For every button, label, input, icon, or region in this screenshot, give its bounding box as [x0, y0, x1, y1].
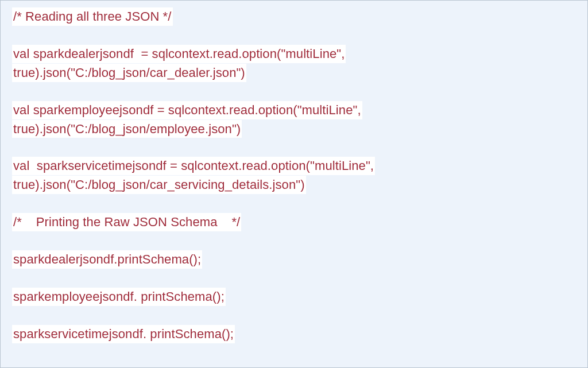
code-dealer-decl: val sparkdealerjsondf = sqlcontext.read.… [12, 45, 346, 63]
code-print-employee: sparkemployeejsondf. printSchema(); [12, 288, 226, 306]
code-dealer-json: true).json("C:/blog_json/car_dealer.json… [12, 64, 246, 82]
code-comment-print: /* Printing the Raw JSON Schema */ [12, 213, 241, 231]
blank-line [12, 307, 576, 325]
blank-line [12, 195, 576, 213]
code-employee-json: true).json("C:/blog_json/employee.json") [12, 120, 242, 138]
blank-line [12, 269, 576, 288]
blank-line [12, 83, 576, 101]
code-service-json: true).json("C:/blog_json/car_servicing_d… [12, 176, 306, 194]
code-snippet-box: /* Reading all three JSON */ val sparkde… [0, 0, 588, 368]
blank-line [12, 232, 576, 250]
code-comment-read: /* Reading all three JSON */ [12, 7, 173, 26]
code-print-dealer: sparkdealerjsondf.printSchema(); [12, 250, 202, 269]
blank-line [12, 26, 576, 45]
code-service-decl: val sparkservicetimejsondf = sqlcontext.… [12, 157, 375, 175]
code-print-service: sparkservicetimejsondf. printSchema(); [12, 325, 235, 343]
code-employee-decl: val sparkemployeejsondf = sqlcontext.rea… [12, 101, 362, 119]
blank-line [12, 138, 576, 157]
